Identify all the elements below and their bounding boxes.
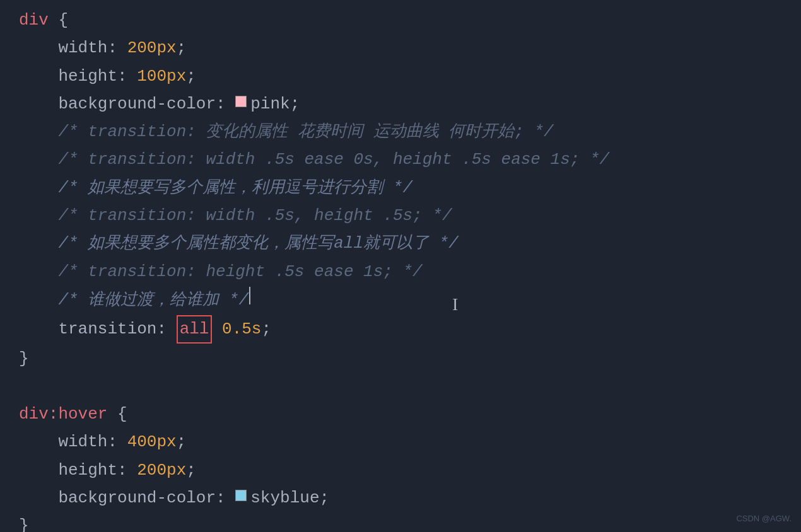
comment-4: /* transition: width .5s, height .5s; */ [19, 203, 452, 228]
prop-width-2: width: [19, 429, 127, 454]
val-05s: 0.5s [212, 316, 261, 342]
color-swatch-skyblue [235, 490, 247, 501]
brace-open: { [49, 8, 68, 33]
val-200px: 200px [127, 35, 177, 61]
line-13: } [0, 345, 801, 373]
semi-6: ; [186, 458, 196, 483]
comment-5: /* 如果想要多个属性都变化，属性写all就可以了 */ [19, 231, 459, 256]
prop-height-2: height: [19, 458, 137, 483]
text-cursor [249, 287, 250, 304]
val-pink: pink [250, 91, 289, 117]
brace-close-1: } [19, 346, 29, 371]
brace-open-2: { [107, 402, 127, 427]
selector-div: div [19, 8, 49, 33]
semi-5: ; [177, 429, 187, 454]
semi-1: ; [177, 35, 187, 61]
comment-6: /* transition: height .5s ease 1s; */ [19, 259, 423, 284]
comment-1: /* transition: 变化的属性 花费时间 运动曲线 何时开始; */ [19, 119, 554, 144]
line-2: width: 200px ; [0, 34, 801, 62]
semi-3: ; [290, 91, 300, 117]
line-6: /* transition: width .5s ease 0s, height… [0, 146, 801, 173]
line-9: /* 如果想要多个属性都变化，属性写all就可以了 */ [0, 229, 801, 257]
line-17: height: 200px ; [0, 456, 801, 484]
code-editor: div { width: 200px ; height: 100px ; bac… [0, 0, 801, 532]
semi-7: ; [319, 485, 329, 511]
prop-width: width: [19, 35, 127, 61]
val-200px: 200px [137, 458, 186, 483]
comment-2: /* transition: width .5s ease 0s, height… [19, 147, 609, 172]
line-4: background-color: pink ; [0, 90, 801, 118]
watermark: CSDN @AGW. [736, 512, 792, 526]
val-100px: 100px [137, 64, 186, 89]
line-5: /* transition: 变化的属性 花费时间 运动曲线 何时开始; */ [0, 118, 801, 146]
prop-height: height: [19, 64, 137, 89]
prop-bg-color-2: background-color: [19, 485, 235, 511]
line-3: height: 100px ; [0, 62, 801, 90]
line-12: transition: all 0.5s ; [0, 314, 801, 344]
prop-bg-color: background-color: [19, 91, 235, 117]
semi-4: ; [261, 316, 271, 342]
line-14 [0, 373, 801, 400]
line-8: /* transition: width .5s, height .5s; */ [0, 202, 801, 229]
val-all-highlighted: all [177, 315, 213, 343]
selector-hover: div:hover [19, 402, 107, 427]
comment-3: /* 如果想要写多个属性，利用逗号进行分割 */ [19, 175, 412, 200]
val-400px: 400px [127, 429, 177, 454]
comment-7: /* 谁做过渡，给谁加 */ [19, 287, 248, 313]
semi-2: ; [186, 64, 196, 89]
brace-close-2: } [19, 513, 29, 532]
line-11: /* 谁做过渡，给谁加 */ [0, 286, 801, 314]
color-swatch-pink [235, 96, 247, 107]
line-1: div { [0, 6, 801, 34]
line-10: /* transition: height .5s ease 1s; */ [0, 258, 801, 286]
val-skyblue: skyblue [250, 485, 319, 511]
line-16: width: 400px ; [0, 428, 801, 456]
line-19: } [0, 512, 801, 532]
line-15: div:hover { [0, 400, 801, 428]
line-18: background-color: skyblue ; [0, 484, 801, 512]
prop-transition: transition: [19, 316, 177, 342]
line-7: /* 如果想要写多个属性，利用逗号进行分割 */ [0, 174, 801, 202]
mouse-cursor: I [452, 291, 458, 319]
